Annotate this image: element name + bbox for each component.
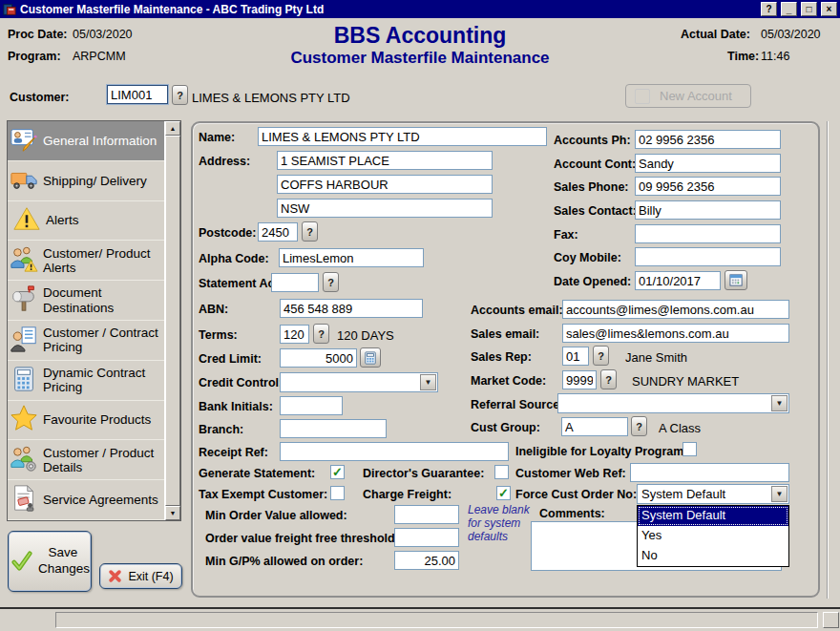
market-code-label: Market Code:	[471, 374, 546, 388]
referral-source-label: Referral Source:	[471, 398, 563, 411]
new-account-icon	[635, 89, 650, 104]
document-stamp-icon	[10, 484, 38, 515]
exit-button[interactable]: Exit (F4)	[99, 563, 182, 589]
receipt-ref-input[interactable]	[280, 442, 509, 461]
dropdown-option-system-default[interactable]: System Default	[638, 506, 788, 526]
loyalty-ineligible-label: Ineligible for Loyalty Program:	[515, 445, 688, 458]
customer-lookup-button[interactable]: ?	[172, 85, 188, 105]
sidebar-item-customer-product-alerts[interactable]: Customer/ Product Alerts	[8, 241, 164, 281]
coy-mobile-input[interactable]	[635, 247, 781, 266]
sales-rep-lookup-button[interactable]: ?	[593, 346, 609, 366]
generate-statement-checkbox[interactable]	[330, 465, 345, 479]
program-label: Program:	[8, 50, 61, 63]
sidebar-item-favourite-products[interactable]: Favourite Products	[8, 401, 164, 441]
sidebar-item-document-destinations[interactable]: Document Destinations	[8, 281, 164, 321]
sidebar-item-customer-contract-pricing[interactable]: Customer / Contract Pricing	[8, 321, 164, 361]
sales-rep-description: Jane Smith	[625, 350, 687, 365]
sidebar-item-service-agreements[interactable]: Service Agreements	[8, 480, 164, 520]
fax-input[interactable]	[635, 224, 781, 243]
sales-rep-input[interactable]	[562, 347, 589, 366]
referral-source-select[interactable]: ▼	[557, 393, 789, 413]
warning-triangle-icon	[12, 204, 41, 236]
market-code-lookup-button[interactable]: ?	[600, 369, 617, 389]
scroll-thumb[interactable]	[165, 136, 180, 506]
sales-contact-input[interactable]	[635, 200, 781, 220]
sidebar-item-label: Service Agreements	[43, 493, 158, 507]
new-account-button[interactable]: New Account	[625, 84, 751, 108]
address-line1-input[interactable]	[277, 151, 493, 170]
sidebar-item-dynamic-contract-pricing[interactable]: Dynamic Contract Pricing	[8, 361, 164, 401]
branch-input[interactable]	[280, 419, 387, 438]
min-gp-label: Min G/P% allowed on order:	[205, 555, 363, 568]
customer-code-input[interactable]	[107, 85, 168, 104]
chevron-down-icon[interactable]: ▼	[771, 486, 788, 502]
terms-label: Terms:	[199, 328, 238, 342]
bank-initials-input[interactable]	[280, 396, 343, 415]
coy-mobile-label: Coy Mobile:	[554, 251, 621, 264]
date-opened-calendar-button[interactable]	[724, 270, 747, 290]
tax-exempt-checkbox[interactable]	[330, 486, 345, 500]
close-button[interactable]: ×	[821, 2, 837, 16]
sidebar-item-label: Shipping/ Delivery	[43, 174, 147, 188]
min-order-value-label: Min Order Value allowed:	[205, 509, 347, 522]
fax-label: Fax:	[554, 228, 578, 242]
postcode-input[interactable]	[258, 222, 298, 242]
min-gp-input[interactable]	[394, 551, 459, 570]
scroll-up-button[interactable]: ▲	[165, 121, 180, 136]
charge-freight-checkbox[interactable]	[496, 486, 511, 500]
name-input[interactable]	[258, 127, 547, 146]
alpha-code-input[interactable]	[279, 248, 424, 267]
accounts-email-input[interactable]	[562, 300, 789, 319]
new-account-label: New Account	[660, 89, 732, 103]
accounts-ph-input[interactable]	[635, 130, 781, 149]
dropdown-option-no[interactable]: No	[638, 546, 788, 566]
sidebar-item-alerts[interactable]: Alerts	[8, 201, 164, 242]
sidebar-item-label: Customer/ Product Alerts	[43, 246, 162, 275]
sidebar-item-general-information[interactable]: General Information	[8, 121, 164, 161]
abn-label: ABN:	[199, 303, 228, 316]
market-code-input[interactable]	[562, 370, 597, 389]
terms-lookup-button[interactable]: ?	[313, 324, 329, 344]
terms-input[interactable]	[280, 325, 309, 344]
sidebar-item-label: General Information	[43, 134, 157, 148]
abn-input[interactable]	[280, 299, 423, 318]
cred-limit-calculator-button[interactable]	[360, 347, 381, 368]
cust-group-input[interactable]	[561, 417, 628, 436]
save-changes-button[interactable]: Save Changes	[8, 531, 92, 592]
maximize-button[interactable]: □	[801, 2, 817, 16]
save-changes-label: Save Changes	[38, 545, 88, 578]
chevron-down-icon[interactable]: ▼	[420, 374, 436, 390]
minimize-button[interactable]: _	[781, 2, 797, 16]
sidebar-item-label: Customer / Contract Pricing	[43, 326, 162, 354]
credit-control-select[interactable]: ▼	[280, 372, 438, 392]
chevron-down-icon[interactable]: ▼	[771, 395, 788, 411]
date-opened-input[interactable]	[635, 271, 721, 290]
sidebar-item-label: Document Destinations	[43, 285, 162, 314]
sidebar-item-shipping-delivery[interactable]: Shipping/ Delivery	[8, 161, 164, 201]
customer-web-ref-input[interactable]	[630, 463, 789, 482]
min-order-value-input[interactable]	[394, 505, 459, 524]
accounts-ph-label: Accounts Ph:	[554, 134, 631, 147]
cust-group-lookup-button[interactable]: ?	[631, 416, 647, 436]
screen-title: Customer Masterfile Maintenance	[205, 49, 635, 68]
statement-acc-lookup-button[interactable]: ?	[323, 272, 339, 292]
sidebar-item-customer-product-details[interactable]: Customer / Product Details	[8, 440, 164, 480]
dropdown-option-yes[interactable]: Yes	[638, 526, 788, 546]
sales-phone-input[interactable]	[635, 177, 781, 196]
address-line3-input[interactable]	[277, 199, 493, 218]
directors-guarantee-checkbox[interactable]	[494, 465, 509, 479]
force-cust-order-select[interactable]: System Default ▼	[637, 484, 789, 504]
defaults-note: Leave blank for system defaults	[468, 504, 531, 543]
account-cont-input[interactable]	[635, 154, 781, 173]
postcode-lookup-button[interactable]: ?	[302, 221, 318, 242]
loyalty-ineligible-checkbox[interactable]	[682, 442, 697, 456]
scroll-down-button[interactable]: ▼	[165, 506, 180, 520]
help-button[interactable]: ?	[761, 2, 777, 16]
sales-email-input[interactable]	[562, 324, 789, 343]
freight-free-threshold-input[interactable]	[394, 528, 459, 547]
statement-acc-input[interactable]	[271, 273, 319, 292]
name-label: Name:	[199, 131, 235, 144]
address-line2-input[interactable]	[277, 175, 493, 194]
calendar-icon	[729, 273, 744, 287]
cred-limit-input[interactable]	[280, 348, 357, 368]
